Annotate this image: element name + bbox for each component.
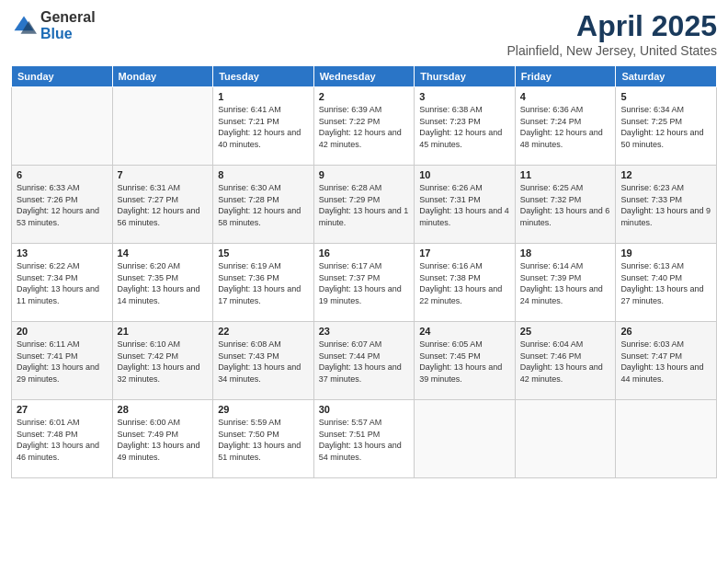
cell-sun-info: Sunrise: 6:05 AMSunset: 7:45 PMDaylight:… — [419, 339, 510, 385]
cell-day-number: 24 — [419, 326, 510, 337]
cell-day-number: 17 — [419, 247, 510, 259]
cell-sun-info: Sunrise: 5:59 AMSunset: 7:50 PMDaylight:… — [218, 417, 309, 463]
cell-sun-info: Sunrise: 6:30 AMSunset: 7:28 PMDaylight:… — [218, 182, 309, 228]
cell-sun-info: Sunrise: 6:22 AMSunset: 7:34 PMDaylight:… — [17, 260, 108, 306]
weekday-header: Tuesday — [213, 66, 314, 87]
cell-day-number: 21 — [118, 326, 209, 337]
cell-day-number: 14 — [118, 247, 209, 259]
cell-sun-info: Sunrise: 6:01 AMSunset: 7:48 PMDaylight:… — [17, 417, 108, 463]
calendar-cell: 3Sunrise: 6:38 AMSunset: 7:23 PMDaylight… — [415, 87, 516, 166]
calendar-week-row: 1Sunrise: 6:41 AMSunset: 7:21 PMDaylight… — [12, 87, 717, 166]
calendar-cell: 4Sunrise: 6:36 AMSunset: 7:24 PMDaylight… — [515, 87, 616, 166]
calendar-cell: 25Sunrise: 6:04 AMSunset: 7:46 PMDayligh… — [515, 322, 616, 400]
cell-sun-info: Sunrise: 6:33 AMSunset: 7:26 PMDaylight:… — [17, 182, 108, 228]
page-container: General Blue April 2025 Plainfield, New … — [0, 0, 728, 563]
month-title: April 2025 — [506, 9, 717, 43]
location-title: Plainfield, New Jersey, United States — [506, 43, 717, 58]
calendar-cell: 8Sunrise: 6:30 AMSunset: 7:28 PMDaylight… — [213, 166, 314, 244]
logo-general-text: General — [40, 9, 96, 26]
cell-sun-info: Sunrise: 6:34 AMSunset: 7:25 PMDaylight:… — [620, 104, 711, 150]
calendar-cell: 26Sunrise: 6:03 AMSunset: 7:47 PMDayligh… — [616, 322, 717, 400]
weekday-header: Wednesday — [313, 66, 415, 87]
cell-sun-info: Sunrise: 6:36 AMSunset: 7:24 PMDaylight:… — [520, 104, 611, 150]
calendar-cell: 9Sunrise: 6:28 AMSunset: 7:29 PMDaylight… — [313, 166, 415, 244]
cell-sun-info: Sunrise: 6:20 AMSunset: 7:35 PMDaylight:… — [118, 260, 209, 306]
cell-sun-info: Sunrise: 6:23 AMSunset: 7:33 PMDaylight:… — [620, 182, 711, 228]
calendar-cell: 11Sunrise: 6:25 AMSunset: 7:32 PMDayligh… — [515, 166, 616, 244]
cell-sun-info: Sunrise: 6:00 AMSunset: 7:49 PMDaylight:… — [118, 417, 209, 463]
cell-day-number: 19 — [620, 247, 711, 259]
calendar-cell — [515, 400, 616, 478]
calendar-week-row: 6Sunrise: 6:33 AMSunset: 7:26 PMDaylight… — [12, 166, 717, 244]
cell-day-number: 8 — [218, 169, 309, 180]
cell-sun-info: Sunrise: 6:11 AMSunset: 7:41 PMDaylight:… — [17, 339, 108, 385]
logo-icon — [11, 13, 37, 39]
calendar-cell: 6Sunrise: 6:33 AMSunset: 7:26 PMDaylight… — [12, 166, 113, 244]
calendar-cell: 12Sunrise: 6:23 AMSunset: 7:33 PMDayligh… — [616, 166, 717, 244]
header: General Blue April 2025 Plainfield, New … — [11, 9, 717, 58]
calendar-week-row: 27Sunrise: 6:01 AMSunset: 7:48 PMDayligh… — [12, 400, 717, 478]
logo-blue-text: Blue — [40, 26, 96, 42]
calendar-header-row: SundayMondayTuesdayWednesdayThursdayFrid… — [12, 66, 717, 87]
cell-sun-info: Sunrise: 6:08 AMSunset: 7:43 PMDaylight:… — [218, 339, 309, 385]
calendar-cell: 22Sunrise: 6:08 AMSunset: 7:43 PMDayligh… — [213, 322, 314, 400]
cell-day-number: 10 — [419, 169, 510, 180]
cell-sun-info: Sunrise: 6:17 AMSunset: 7:37 PMDaylight:… — [319, 260, 410, 306]
cell-day-number: 7 — [118, 169, 209, 180]
cell-day-number: 6 — [17, 169, 108, 180]
weekday-header: Friday — [515, 66, 616, 87]
calendar-cell: 5Sunrise: 6:34 AMSunset: 7:25 PMDaylight… — [616, 87, 717, 166]
cell-day-number: 26 — [620, 326, 711, 337]
calendar-cell: 20Sunrise: 6:11 AMSunset: 7:41 PMDayligh… — [12, 322, 113, 400]
cell-day-number: 12 — [620, 169, 711, 180]
cell-sun-info: Sunrise: 6:13 AMSunset: 7:40 PMDaylight:… — [620, 260, 711, 306]
cell-day-number: 25 — [520, 326, 611, 337]
cell-day-number: 28 — [118, 404, 209, 415]
cell-day-number: 18 — [520, 247, 611, 259]
calendar-cell: 14Sunrise: 6:20 AMSunset: 7:35 PMDayligh… — [112, 244, 213, 322]
calendar-cell: 13Sunrise: 6:22 AMSunset: 7:34 PMDayligh… — [12, 244, 113, 322]
calendar-cell: 24Sunrise: 6:05 AMSunset: 7:45 PMDayligh… — [415, 322, 516, 400]
cell-day-number: 1 — [218, 91, 309, 102]
calendar-cell: 7Sunrise: 6:31 AMSunset: 7:27 PMDaylight… — [112, 166, 213, 244]
cell-sun-info: Sunrise: 6:39 AMSunset: 7:22 PMDaylight:… — [319, 104, 410, 150]
calendar-cell: 21Sunrise: 6:10 AMSunset: 7:42 PMDayligh… — [112, 322, 213, 400]
logo: General Blue — [11, 9, 96, 41]
cell-sun-info: Sunrise: 6:14 AMSunset: 7:39 PMDaylight:… — [520, 260, 611, 306]
cell-sun-info: Sunrise: 5:57 AMSunset: 7:51 PMDaylight:… — [319, 417, 410, 463]
cell-day-number: 5 — [620, 91, 711, 102]
cell-day-number: 23 — [319, 326, 410, 337]
cell-sun-info: Sunrise: 6:04 AMSunset: 7:46 PMDaylight:… — [520, 339, 611, 385]
logo-text: General Blue — [40, 9, 96, 41]
cell-sun-info: Sunrise: 6:07 AMSunset: 7:44 PMDaylight:… — [319, 339, 410, 385]
weekday-header: Thursday — [415, 66, 516, 87]
cell-day-number: 20 — [17, 326, 108, 337]
calendar-cell: 17Sunrise: 6:16 AMSunset: 7:38 PMDayligh… — [415, 244, 516, 322]
cell-day-number: 22 — [218, 326, 309, 337]
cell-day-number: 9 — [319, 169, 410, 180]
weekday-header: Sunday — [12, 66, 113, 87]
calendar-cell: 10Sunrise: 6:26 AMSunset: 7:31 PMDayligh… — [415, 166, 516, 244]
weekday-header: Monday — [112, 66, 213, 87]
calendar-cell: 30Sunrise: 5:57 AMSunset: 7:51 PMDayligh… — [313, 400, 415, 478]
cell-day-number: 30 — [319, 404, 410, 415]
calendar-table: SundayMondayTuesdayWednesdayThursdayFrid… — [11, 65, 717, 478]
calendar-cell — [616, 400, 717, 478]
cell-day-number: 3 — [419, 91, 510, 102]
cell-day-number: 29 — [218, 404, 309, 415]
cell-day-number: 13 — [17, 247, 108, 259]
calendar-cell — [112, 87, 213, 166]
cell-day-number: 16 — [319, 247, 410, 259]
cell-sun-info: Sunrise: 6:19 AMSunset: 7:36 PMDaylight:… — [218, 260, 309, 306]
cell-sun-info: Sunrise: 6:28 AMSunset: 7:29 PMDaylight:… — [319, 182, 410, 228]
calendar-cell: 23Sunrise: 6:07 AMSunset: 7:44 PMDayligh… — [313, 322, 415, 400]
weekday-header: Saturday — [616, 66, 717, 87]
cell-sun-info: Sunrise: 6:25 AMSunset: 7:32 PMDaylight:… — [520, 182, 611, 228]
cell-sun-info: Sunrise: 6:31 AMSunset: 7:27 PMDaylight:… — [118, 182, 209, 228]
cell-sun-info: Sunrise: 6:41 AMSunset: 7:21 PMDaylight:… — [218, 104, 309, 150]
calendar-cell: 18Sunrise: 6:14 AMSunset: 7:39 PMDayligh… — [515, 244, 616, 322]
cell-day-number: 15 — [218, 247, 309, 259]
calendar-cell — [415, 400, 516, 478]
calendar-week-row: 20Sunrise: 6:11 AMSunset: 7:41 PMDayligh… — [12, 322, 717, 400]
cell-sun-info: Sunrise: 6:03 AMSunset: 7:47 PMDaylight:… — [620, 339, 711, 385]
